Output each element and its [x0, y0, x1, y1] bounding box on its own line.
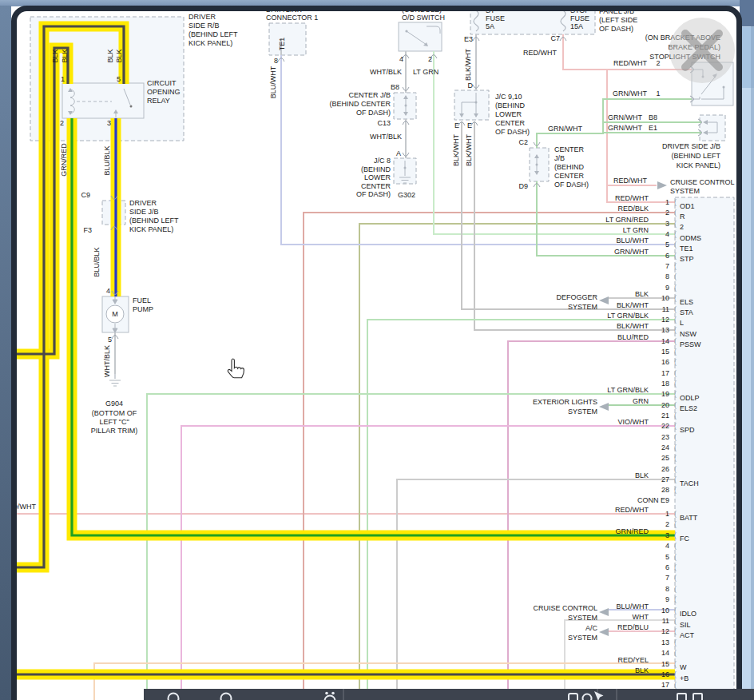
toolbar-icon-dots[interactable] — [331, 692, 335, 695]
ecm-signal-name: W — [680, 663, 687, 671]
ecm-pin-number: 4 — [665, 230, 669, 238]
svg-text:F3: F3 — [83, 226, 92, 234]
ecm-pin-number: 6 — [665, 252, 669, 260]
ecm-pin-arc: ( — [674, 520, 677, 528]
svg-text:LT GRN: LT GRN — [413, 68, 439, 76]
ecm-pin-number: 12 — [661, 316, 669, 324]
ecm-signal-name: L — [680, 319, 684, 327]
ecm-pin-arc: ( — [674, 660, 677, 668]
conn-e9-label: CONN E9 — [637, 496, 669, 504]
ecm-wire-label: BLK — [635, 471, 649, 479]
ecm-pin-number: 13 — [661, 638, 669, 646]
ecm-wire-label: LT GRN/BLK — [607, 312, 649, 320]
svg-text:1: 1 — [656, 89, 660, 97]
svg-text:BLK: BLK — [115, 49, 123, 62]
ecm-signal-name: ELS — [680, 298, 693, 306]
toolbar-icon-dots[interactable] — [325, 692, 328, 695]
svg-text:RED/WHT: RED/WHT — [523, 49, 557, 57]
ecm-pin-arc: ( — [674, 262, 677, 270]
ecm-pin-number: 15 — [661, 348, 669, 356]
ecm-wire-label: WHT — [633, 613, 649, 621]
ecm-pin-number: 18 — [661, 380, 669, 388]
ecm-pin-number: 4 — [665, 542, 669, 550]
window-left-edge — [0, 6, 11, 700]
ecm-pin-arc: ( — [674, 337, 677, 345]
svg-text:BLK: BLK — [61, 49, 69, 62]
ecm-pin-number: 7 — [665, 574, 669, 582]
window-top-edge — [0, 0, 754, 6]
svg-text:E1: E1 — [649, 124, 657, 132]
ecm-pin-arc: ( — [674, 531, 677, 539]
scrollbar-edge — [751, 26, 754, 700]
ecm-wire-label: LT GRN/BLK — [607, 386, 649, 394]
ecm-pin-arc: ( — [674, 475, 677, 483]
driver-side-jb-b8e1-box — [700, 115, 725, 141]
ecm-pin-number: 19 — [661, 390, 669, 398]
svg-text:M: M — [112, 310, 118, 318]
dlc1-box — [269, 23, 306, 55]
ecm-signal-name: TACH — [680, 479, 699, 487]
ecm-pin-arc: ( — [674, 316, 677, 324]
ecm-signal-name: OD1 — [680, 202, 695, 210]
ecm-signal-name: BATT — [680, 514, 698, 522]
wiring-diagram-viewer: DRIVERSIDE R/B(BEHIND LEFTKICK PANEL) CI… — [0, 0, 754, 700]
svg-text:GRN/WHT: GRN/WHT — [608, 113, 642, 121]
ecm-wire-label: RED/YEL — [617, 656, 649, 664]
svg-text:2: 2 — [428, 55, 432, 63]
ecm-pin-arc: ( — [674, 443, 677, 451]
ecm-wire-label: GRN/WHT — [614, 248, 649, 256]
ecm-pin-arc: ( — [674, 284, 677, 292]
ecm-signal-name: ODMS — [680, 234, 701, 242]
svg-text:2: 2 — [656, 59, 660, 67]
ecm-pin-arc: ( — [674, 649, 677, 657]
svg-text:5: 5 — [108, 336, 112, 344]
ecm-pin-number: 14 — [661, 337, 669, 345]
wiring-diagram-canvas[interactable]: DRIVERSIDE R/B(BEHIND LEFTKICK PANEL) CI… — [0, 0, 754, 700]
ecm-pin-number: 28 — [661, 486, 669, 494]
ecm-pin-number: 16 — [661, 358, 669, 366]
ecm-signal-name: NSW — [680, 330, 697, 338]
ecm-pin-arc: ( — [674, 198, 677, 206]
ecm-wire-label: BLK — [635, 290, 649, 298]
ecm-pin-arc: ( — [674, 412, 677, 420]
svg-text:B8: B8 — [649, 113, 657, 121]
svg-text:C2: C2 — [518, 138, 528, 146]
ecm-pin-arc: ( — [674, 358, 677, 366]
ecm-pin-arc: ( — [674, 220, 677, 228]
ecm-pin-number: 11 — [662, 617, 669, 625]
svg-text:4: 4 — [399, 55, 403, 63]
ecm-signal-name: 2 — [680, 223, 684, 231]
center-jb-c2d9-box — [530, 148, 549, 181]
svg-text:D: D — [468, 82, 474, 89]
ecm-pin-number: 22 — [661, 422, 669, 430]
ecm-pin-number: 11 — [662, 305, 669, 313]
ecm-pin-number: 2 — [665, 520, 669, 528]
ecm-wire-label: RED/BLK — [617, 205, 649, 213]
ecm-signal-name: ACT — [680, 631, 695, 639]
ecm-pin-arc: ( — [674, 272, 677, 280]
ecm-wire-label: LT GRN/RED — [605, 216, 649, 224]
ecm-pin-number: 13 — [661, 326, 669, 334]
svg-text:8: 8 — [274, 57, 278, 65]
ecm-pin-number: 16 — [661, 670, 669, 678]
ecm-pin-arc: ( — [674, 542, 677, 550]
svg-text:FUELPUMP: FUELPUMP — [133, 296, 153, 313]
bottom-toolbar[interactable] — [144, 689, 754, 700]
ecm-signal-name: SPD — [680, 426, 695, 434]
ecm-pin-number: 21 — [661, 412, 669, 420]
ecm-pin-number: 26 — [661, 465, 669, 473]
svg-text:GRN/WHT: GRN/WHT — [548, 125, 582, 133]
svg-text:B8: B8 — [391, 83, 399, 91]
svg-text:RED/WHT: RED/WHT — [613, 59, 647, 67]
svg-text:BLK/WHT: BLK/WHT — [452, 134, 460, 167]
svg-text:BLU/WHT: BLU/WHT — [269, 66, 277, 98]
ecm-wire-label: VIO/WHT — [618, 418, 649, 426]
svg-text:C13: C13 — [377, 119, 391, 127]
ecm-wire-label: BLK — [635, 666, 649, 674]
ecm-pin-arc: ( — [674, 422, 677, 430]
ecm-wire-label: BLK/WHT — [617, 322, 649, 330]
ecm-pin-number: 5 — [665, 553, 669, 561]
ecm-pin-arc: ( — [674, 681, 677, 689]
ecm-pin-number: 10 — [661, 294, 669, 302]
ecm-pin-arc: ( — [674, 465, 677, 473]
